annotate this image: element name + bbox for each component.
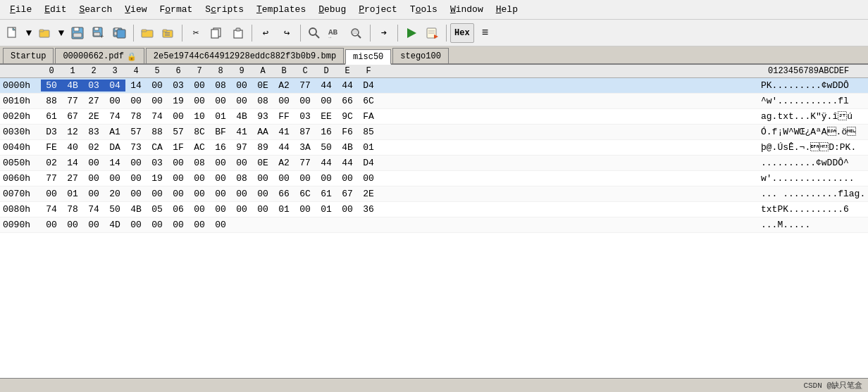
hex-byte[interactable]: 61 bbox=[41, 110, 62, 122]
tab-pdf[interactable]: 00000662.pdf 🔒 bbox=[55, 48, 144, 63]
redo-button[interactable]: ↪ bbox=[277, 23, 297, 43]
hex-byte[interactable]: D4 bbox=[358, 157, 379, 169]
hex-byte[interactable]: 00 bbox=[62, 219, 83, 231]
hex-byte[interactable]: 77 bbox=[294, 80, 316, 91]
hex-byte[interactable]: 08 bbox=[231, 172, 252, 184]
hex-byte[interactable]: 87 bbox=[294, 126, 316, 138]
hex-byte[interactable]: 44 bbox=[316, 157, 337, 169]
hex-byte[interactable]: 14 bbox=[62, 157, 83, 169]
replace-button[interactable]: AB→ bbox=[326, 23, 345, 43]
menu-debug[interactable]: Debug bbox=[313, 3, 352, 16]
hex-byte[interactable]: 00 bbox=[231, 80, 252, 91]
hex-byte[interactable]: 19 bbox=[147, 172, 168, 184]
hex-byte[interactable]: 00 bbox=[294, 203, 316, 215]
hex-byte[interactable]: 41 bbox=[273, 126, 294, 138]
hex-byte[interactable]: 00 bbox=[168, 157, 189, 169]
hex-byte[interactable]: 50 bbox=[104, 203, 125, 215]
hex-byte[interactable]: 00 bbox=[210, 188, 231, 200]
hex-byte[interactable]: 16 bbox=[210, 141, 231, 153]
hex-byte[interactable]: 61 bbox=[316, 188, 337, 200]
hex-byte[interactable]: 77 bbox=[294, 157, 316, 169]
hex-byte[interactable]: 00 bbox=[210, 95, 231, 107]
hex-byte[interactable]: 00 bbox=[147, 80, 168, 91]
find-button[interactable] bbox=[304, 23, 324, 43]
hex-byte[interactable]: 00 bbox=[294, 95, 316, 107]
hex-byte[interactable]: A2 bbox=[273, 80, 294, 91]
hex-byte[interactable]: 03 bbox=[147, 157, 168, 169]
hex-byte[interactable]: 00 bbox=[210, 219, 231, 231]
undo-button[interactable]: ↩ bbox=[256, 23, 275, 43]
hex-byte[interactable]: 03 bbox=[294, 110, 316, 122]
menu-templates[interactable]: Templates bbox=[251, 3, 311, 16]
hex-byte[interactable]: 00 bbox=[358, 172, 379, 184]
menu-search[interactable]: Search bbox=[73, 3, 118, 16]
hex-byte[interactable]: 6C bbox=[358, 95, 379, 107]
find-in-files-button[interactable] bbox=[347, 23, 366, 43]
run-script-button[interactable] bbox=[402, 23, 421, 43]
hex-byte[interactable]: CA bbox=[147, 141, 168, 153]
menu-edit[interactable]: Edit bbox=[39, 3, 72, 16]
hex-byte[interactable]: 00 bbox=[104, 172, 125, 184]
hex-byte[interactable]: 00 bbox=[189, 80, 210, 91]
menu-help[interactable]: Help bbox=[490, 3, 523, 16]
hex-byte[interactable]: 00 bbox=[231, 157, 252, 169]
hex-byte[interactable]: 00 bbox=[210, 157, 231, 169]
hex-byte[interactable]: 00 bbox=[231, 203, 252, 215]
hex-byte[interactable]: 00 bbox=[189, 95, 210, 107]
hex-byte[interactable]: 44 bbox=[337, 157, 358, 169]
tab-misc50[interactable]: misc50 bbox=[345, 49, 391, 65]
hex-byte[interactable]: 08 bbox=[252, 95, 273, 107]
save-button[interactable] bbox=[68, 23, 87, 43]
hex-byte[interactable]: 03 bbox=[168, 80, 189, 91]
hex-byte[interactable]: FE bbox=[41, 141, 62, 153]
hex-byte[interactable]: 04 bbox=[104, 80, 125, 91]
hex-byte[interactable]: 00 bbox=[273, 172, 294, 184]
hex-byte[interactable]: 2E bbox=[83, 110, 104, 122]
hex-byte[interactable]: 00 bbox=[189, 203, 210, 215]
hex-byte[interactable]: 16 bbox=[316, 126, 337, 138]
hex-byte[interactable]: 74 bbox=[147, 110, 168, 122]
hex-byte[interactable]: 67 bbox=[62, 110, 83, 122]
hex-byte[interactable]: 00 bbox=[168, 188, 189, 200]
new-file-dropdown[interactable]: ▼ bbox=[24, 23, 34, 43]
hex-byte[interactable]: 06 bbox=[168, 203, 189, 215]
hex-byte[interactable]: 27 bbox=[62, 172, 83, 184]
hex-byte[interactable]: 4D bbox=[104, 219, 125, 231]
hex-byte[interactable]: 00 bbox=[125, 172, 147, 184]
hex-byte[interactable] bbox=[294, 219, 316, 231]
hex-byte[interactable]: F6 bbox=[337, 126, 358, 138]
hex-byte[interactable]: 00 bbox=[125, 157, 147, 169]
hex-byte[interactable]: 01 bbox=[210, 110, 231, 122]
hex-byte[interactable]: 14 bbox=[104, 157, 125, 169]
hex-byte[interactable]: 00 bbox=[83, 157, 104, 169]
hex-byte[interactable]: 14 bbox=[125, 80, 147, 91]
hex-byte[interactable]: 66 bbox=[337, 95, 358, 107]
hex-byte[interactable]: 00 bbox=[252, 172, 273, 184]
hex-byte[interactable]: 08 bbox=[210, 80, 231, 91]
menu-file[interactable]: File bbox=[4, 3, 37, 16]
hex-byte[interactable]: 00 bbox=[294, 172, 316, 184]
hex-byte[interactable]: 00 bbox=[189, 188, 210, 200]
hex-byte[interactable]: 88 bbox=[147, 126, 168, 138]
hex-byte[interactable]: 50 bbox=[316, 141, 337, 153]
hex-byte[interactable]: 78 bbox=[125, 110, 147, 122]
hex-byte[interactable]: 20 bbox=[104, 188, 125, 200]
hex-byte[interactable]: 00 bbox=[147, 188, 168, 200]
hex-byte[interactable]: 00 bbox=[337, 172, 358, 184]
hex-byte[interactable]: 40 bbox=[62, 141, 83, 153]
menu-window[interactable]: Window bbox=[445, 3, 489, 16]
hex-byte[interactable]: 02 bbox=[41, 157, 62, 169]
hex-byte[interactable]: 0E bbox=[252, 157, 273, 169]
hex-byte[interactable]: D4 bbox=[358, 80, 379, 91]
hex-byte[interactable]: 74 bbox=[41, 203, 62, 215]
recent-files-button[interactable] bbox=[159, 23, 178, 43]
hex-byte[interactable]: 50 bbox=[41, 80, 62, 91]
hex-byte[interactable]: 57 bbox=[125, 126, 147, 138]
hex-byte[interactable]: 88 bbox=[41, 95, 62, 107]
hex-byte[interactable]: AA bbox=[252, 126, 273, 138]
hex-byte[interactable]: 44 bbox=[337, 80, 358, 91]
hex-byte[interactable]: EE bbox=[316, 110, 337, 122]
hex-byte[interactable]: DA bbox=[104, 141, 125, 153]
hex-byte[interactable]: 77 bbox=[62, 95, 83, 107]
hex-byte[interactable]: 3A bbox=[294, 141, 316, 153]
